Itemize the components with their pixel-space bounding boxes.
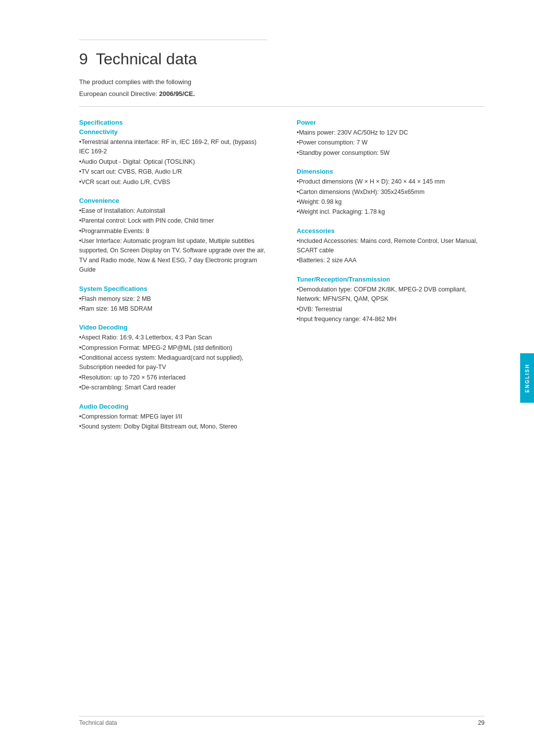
section-heading-dimensions: Dimensions [297, 168, 485, 175]
section-system-specifications: System Specifications •Flash memory size… [79, 285, 267, 314]
heading-text-dimensions: Dimensions [297, 168, 333, 175]
side-tab: ENGLISH [520, 353, 534, 403]
bottom-rule [79, 106, 485, 107]
video-decoding-item-4: •De-scrambling: Smart Card reader [79, 383, 267, 392]
power-item-0: •Mains power: 230V AC/50Hz to 12V DC [297, 128, 485, 138]
dimensions-item-1: •Carton dimensions (WxDxH): 305x245x65mm [297, 188, 485, 197]
tuner-item-2: •Input frequency range: 474-862 MH [297, 315, 485, 324]
dimensions-item-0: •Product dimensions (W × H × D): 240 × 4… [297, 177, 485, 187]
section-body-video-decoding: •Aspect Ratio: 16:9, 4:3 Letterbox, 4:3 … [79, 333, 267, 392]
left-column: Specifications Connectivity •Terrestrial… [79, 119, 267, 441]
footer-rule [79, 716, 485, 716]
section-video-decoding: Video Decoding •Aspect Ratio: 16:9, 4:3 … [79, 324, 267, 392]
connectivity-item-0: •Terrestrial antenna interface: RF in, I… [79, 138, 267, 157]
intro-line2: European council Directive: [79, 90, 159, 97]
audio-decoding-item-1: •Sound system: Dolby Digital Bitstream o… [79, 422, 267, 431]
section-tuner: Tuner/Reception/Transmission •Demodulati… [297, 276, 485, 325]
system-specs-item-0: •Flash memory size: 2 MB [79, 294, 267, 304]
chapter-title: 9Technical data [79, 50, 485, 68]
intro-line1: The product complies with the following [79, 78, 191, 86]
tuner-item-0: •Demodulation type: COFDM 2K/8K, MPEG-2 … [297, 285, 485, 304]
heading-text-tuner: Tuner/Reception/Transmission [297, 276, 390, 283]
connectivity-item-1: •Audio Output - Digital: Optical (TOSLIN… [79, 157, 267, 167]
chapter-number: 9 [79, 50, 88, 68]
power-item-2: •Standby power consumption: 5W [297, 148, 485, 158]
heading-text-system-specs: System Specifications [79, 285, 147, 292]
section-heading-video-decoding: Video Decoding [79, 324, 267, 331]
section-body-system-specs: •Flash memory size: 2 MB •Ram size: 16 M… [79, 294, 267, 314]
section-heading-power: Power [297, 119, 485, 126]
section-heading-system-specs: System Specifications [79, 285, 267, 292]
section-heading-tuner: Tuner/Reception/Transmission [297, 276, 485, 283]
section-body-tuner: •Demodulation type: COFDM 2K/8K, MPEG-2 … [297, 285, 485, 325]
heading-text-power: Power [297, 119, 316, 126]
video-decoding-item-1: •Compression Format: MPEG-2 MP@ML (std d… [79, 343, 267, 353]
heading-text-accessories: Accessories [297, 227, 335, 235]
system-specs-item-1: •Ram size: 16 MB SDRAM [79, 304, 267, 314]
section-body-dimensions: •Product dimensions (W × H × D): 240 × 4… [297, 177, 485, 217]
page-container: ENGLISH 9Technical data The product comp… [0, 0, 534, 756]
section-body-power: •Mains power: 230V AC/50Hz to 12V DC •Po… [297, 128, 485, 158]
section-body-audio-decoding: •Compression format: MPEG layer I/II •So… [79, 412, 267, 432]
intro-text-line1: The product complies with the following [79, 77, 267, 87]
section-subheading-connectivity: Connectivity [79, 128, 267, 136]
dimensions-item-3: •Weight incl. Packaging: 1.78 kg [297, 207, 485, 217]
section-dimensions: Dimensions •Product dimensions (W × H × … [297, 168, 485, 217]
intro-directive: 2006/95/CE. [159, 90, 195, 97]
section-heading-specifications: Specifications [79, 119, 267, 126]
power-item-1: •Power consumption: 7 W [297, 138, 485, 147]
section-heading-audio-decoding: Audio Decoding [79, 403, 267, 410]
section-body-convenience: •Ease of Installation: Autoinstall •Pare… [79, 206, 267, 275]
chapter-title-text: Technical data [96, 50, 197, 68]
section-accessories: Accessories •Included Accessories: Mains… [297, 227, 485, 266]
audio-decoding-item-0: •Compression format: MPEG layer I/II [79, 412, 267, 422]
section-body-connectivity: •Terrestrial antenna interface: RF in, I… [79, 138, 267, 187]
accessories-item-0: •Included Accessories: Mains cord, Remot… [297, 236, 485, 256]
footer-text: Technical data [79, 719, 117, 726]
video-decoding-item-3: •Resolution: up to 720 × 576 interlaced [79, 373, 267, 382]
convenience-item-0: •Ease of Installation: Autoinstall [79, 206, 267, 216]
intro-text-line2: European council Directive: 2006/95/CE. [79, 89, 267, 99]
heading-text-video-decoding: Video Decoding [79, 324, 128, 331]
section-power: Power •Mains power: 230V AC/50Hz to 12V … [297, 119, 485, 158]
convenience-item-3: •User Interface: Automatic program list … [79, 236, 267, 275]
accessories-item-1: •Batteries: 2 size AAA [297, 256, 485, 265]
connectivity-item-2: •TV scart out: CVBS, RGB, Audio L/R [79, 167, 267, 177]
content-columns: Specifications Connectivity •Terrestrial… [79, 119, 485, 441]
connectivity-item-3: •VCR scart out: Audio L/R, CVBS [79, 178, 267, 187]
footer-page-number: 29 [478, 719, 485, 726]
subheading-text-connectivity: Connectivity [79, 128, 118, 136]
heading-text-convenience: Convenience [79, 197, 119, 204]
section-body-accessories: •Included Accessories: Mains cord, Remot… [297, 236, 485, 266]
section-audio-decoding: Audio Decoding •Compression format: MPEG… [79, 403, 267, 432]
dimensions-item-2: •Weight: 0.98 kg [297, 197, 485, 207]
section-specifications-connectivity: Specifications Connectivity •Terrestrial… [79, 119, 267, 187]
convenience-item-2: •Programmable Events: 8 [79, 227, 267, 236]
right-column: Power •Mains power: 230V AC/50Hz to 12V … [297, 119, 485, 441]
section-heading-convenience: Convenience [79, 197, 267, 204]
video-decoding-item-0: •Aspect Ratio: 16:9, 4:3 Letterbox, 4:3 … [79, 333, 267, 342]
convenience-item-1: •Parental control: Lock with PIN code, C… [79, 216, 267, 226]
heading-text-audio-decoding: Audio Decoding [79, 403, 129, 410]
side-tab-label: ENGLISH [525, 364, 530, 392]
top-rule [79, 40, 267, 40]
video-decoding-item-2: •Conditional access system: Mediaguard(c… [79, 353, 267, 373]
heading-text-specifications: Specifications [79, 119, 123, 126]
tuner-item-1: •DVB: Terrestrial [297, 305, 485, 314]
section-heading-accessories: Accessories [297, 227, 485, 235]
section-convenience: Convenience •Ease of Installation: Autoi… [79, 197, 267, 275]
